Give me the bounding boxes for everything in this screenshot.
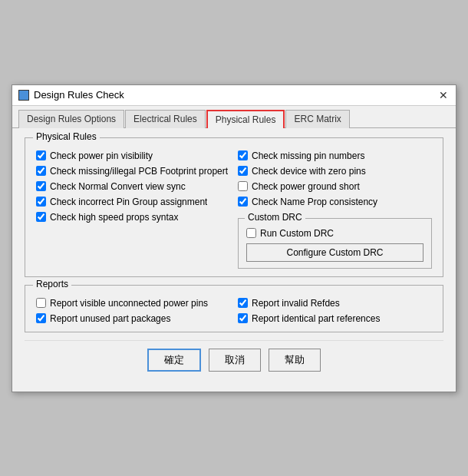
check-missing-pin-numbers: Check missing pin numbers [238, 150, 432, 161]
check-high-speed-props-checkbox[interactable] [36, 212, 46, 222]
window-icon [18, 90, 29, 101]
cancel-button[interactable]: 取消 [209, 349, 261, 372]
check-missing-pin-numbers-checkbox[interactable] [238, 150, 248, 160]
physical-rules-label: Physical Rules [33, 131, 100, 142]
tab-bar: Design Rules Options Electrical Rules Ph… [12, 106, 456, 128]
check-name-prop-consistency: Check Name Prop consistency [238, 197, 432, 207]
tab-design-rules-options[interactable]: Design Rules Options [18, 110, 124, 128]
custom-drc-box: Custom DRC Run Custom DRC Configure Cust… [238, 218, 432, 269]
check-power-pin-visibility-label[interactable]: Check power pin visibility [50, 150, 153, 161]
content-area: Physical Rules Check power pin visibilit… [12, 128, 456, 392]
footer: 確定 取消 幫助 [25, 340, 443, 382]
report-identical-part-references-checkbox[interactable] [238, 313, 248, 323]
run-custom-drc-label[interactable]: Run Custom DRC [260, 228, 334, 239]
reports-right-checks: Report invalid Refdes Report identical p… [238, 298, 432, 324]
custom-drc-label: Custom DRC [245, 212, 305, 223]
check-power-pin-visibility-checkbox[interactable] [36, 150, 46, 160]
check-incorrect-pin-group-checkbox[interactable] [36, 197, 46, 207]
run-custom-drc-checkbox[interactable] [246, 228, 256, 238]
check-high-speed-props: Check high speed props syntax [36, 212, 230, 223]
physical-rules-right-col: Check missing pin numbers Check device w… [238, 150, 432, 269]
title-bar: Design Rules Check ✕ [12, 85, 456, 106]
report-unused-part-packages-checkbox[interactable] [36, 313, 46, 323]
reports-left-checks: Report visible unconnected power pins Re… [36, 298, 230, 324]
report-visible-unconnected-checkbox[interactable] [36, 298, 46, 308]
report-unused-part-packages: Report unused part packages [36, 313, 230, 324]
check-incorrect-pin-group-label[interactable]: Check incorrect Pin Group assignment [50, 197, 207, 207]
window-title: Design Rules Check [34, 89, 124, 101]
help-button[interactable]: 幫助 [269, 349, 321, 372]
reports-label: Reports [33, 279, 71, 289]
check-power-ground-short-checkbox[interactable] [238, 181, 248, 191]
check-missing-illegal-pcb: Check missing/illegal PCB Footprint prop… [36, 166, 230, 177]
report-unused-part-packages-label[interactable]: Report unused part packages [50, 313, 170, 324]
tab-erc-matrix[interactable]: ERC Matrix [285, 110, 349, 128]
tab-electrical-rules[interactable]: Electrical Rules [125, 110, 206, 128]
check-high-speed-props-label[interactable]: Check high speed props syntax [50, 212, 178, 223]
check-power-pin-visibility: Check power pin visibility [36, 150, 230, 161]
check-name-prop-consistency-checkbox[interactable] [238, 197, 248, 207]
check-missing-illegal-pcb-checkbox[interactable] [36, 166, 46, 176]
tab-physical-rules[interactable]: Physical Rules [206, 110, 285, 128]
configure-custom-drc-button[interactable]: Configure Custom DRC [246, 243, 424, 262]
report-invalid-refdes-checkbox[interactable] [238, 298, 248, 308]
close-button[interactable]: ✕ [437, 89, 450, 101]
report-identical-part-references-label[interactable]: Report identical part references [252, 313, 380, 324]
check-normal-convert-view-checkbox[interactable] [36, 181, 46, 191]
check-device-zero-pins-checkbox[interactable] [238, 166, 248, 176]
reports-section: Reports Report visible unconnected power… [25, 285, 443, 332]
check-power-ground-short-label[interactable]: Check power ground short [252, 181, 360, 192]
report-visible-unconnected: Report visible unconnected power pins [36, 298, 230, 309]
check-power-ground-short: Check power ground short [238, 181, 432, 192]
report-invalid-refdes-label[interactable]: Report invalid Refdes [252, 298, 340, 309]
check-missing-pin-numbers-label[interactable]: Check missing pin numbers [252, 150, 364, 161]
report-identical-part-references: Report identical part references [238, 313, 432, 324]
check-normal-convert-view: Check Normal Convert view sync [36, 181, 230, 192]
check-normal-convert-view-label[interactable]: Check Normal Convert view sync [50, 181, 186, 192]
run-custom-drc-item: Run Custom DRC [246, 228, 424, 239]
physical-rules-section: Physical Rules Check power pin visibilit… [25, 137, 443, 277]
physical-rules-left-checks: Check power pin visibility Check missing… [36, 150, 230, 269]
check-device-zero-pins-label[interactable]: Check device with zero pins [252, 166, 366, 177]
report-visible-unconnected-label[interactable]: Report visible unconnected power pins [50, 298, 208, 309]
report-invalid-refdes: Report invalid Refdes [238, 298, 432, 309]
check-incorrect-pin-group: Check incorrect Pin Group assignment [36, 197, 230, 207]
dialog-window: Design Rules Check ✕ Design Rules Option… [12, 84, 456, 392]
check-name-prop-consistency-label[interactable]: Check Name Prop consistency [252, 197, 377, 207]
check-device-zero-pins: Check device with zero pins [238, 166, 432, 177]
check-missing-illegal-pcb-label[interactable]: Check missing/illegal PCB Footprint prop… [50, 166, 228, 177]
ok-button[interactable]: 確定 [147, 349, 201, 372]
